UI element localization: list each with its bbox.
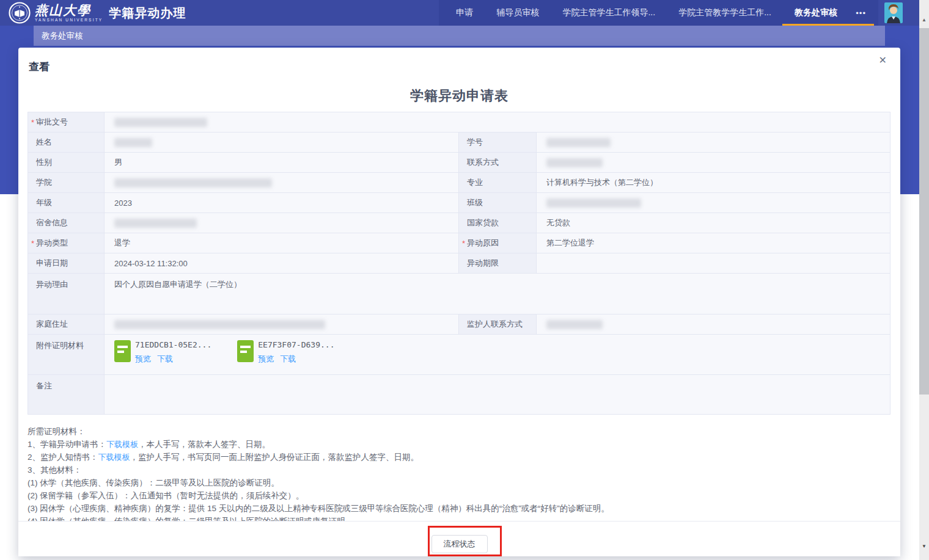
- field-label: 异动期限: [459, 253, 537, 273]
- field-label: 年级: [28, 193, 105, 213]
- nav-tabs: 申请辅导员审核学院主管学生工作领导...学院主管教学学生工作...教务处审核••…: [439, 0, 878, 26]
- nav-tab[interactable]: 申请: [447, 0, 482, 26]
- field-value: [105, 375, 890, 414]
- field-label: *异动类型: [28, 233, 105, 253]
- process-status-button[interactable]: 流程状态: [431, 535, 488, 553]
- more-menu-button[interactable]: •••: [852, 0, 870, 26]
- redacted-value: [546, 198, 641, 208]
- scroll-up-icon[interactable]: ▲: [919, 17, 929, 23]
- field-label: 附件证明材料: [28, 335, 105, 374]
- field-label: 姓名: [28, 133, 105, 152]
- note-line: (2) 保留学籍（参军入伍）：入伍通知书（暂时无法提供的，须后续补交）。: [28, 489, 890, 502]
- preview-link[interactable]: 预览: [258, 354, 274, 365]
- field-value: [537, 193, 890, 213]
- field-label: 家庭住址: [28, 315, 105, 334]
- field-label: *异动原因: [459, 233, 537, 253]
- redacted-value: [114, 219, 197, 228]
- table-row: 申请日期2024-03-12 11:32:00异动期限: [28, 253, 890, 274]
- field-value: [537, 315, 890, 334]
- field-value: [105, 133, 459, 152]
- field-value: 无贷款: [537, 213, 890, 233]
- field-value: 因个人原因自愿申请退学（二学位）: [105, 274, 890, 314]
- nav-tab[interactable]: 学院主管教学学生工作...: [670, 0, 780, 26]
- redacted-value: [114, 320, 325, 329]
- field-value: 计算机科学与技术（第二学位）: [537, 173, 890, 192]
- close-icon[interactable]: ✕: [879, 56, 887, 65]
- notes-heading: 所需证明材料：: [28, 425, 890, 438]
- table-row: 年级2023班级: [28, 193, 890, 213]
- attachment-links: 预览下载: [135, 354, 211, 365]
- attachment-item: 71EDDCB1-05E2...预览下载: [114, 340, 211, 365]
- nav-tab[interactable]: 辅导员审核: [488, 0, 548, 26]
- download-link[interactable]: 下载: [157, 354, 173, 365]
- user-avatar[interactable]: [884, 2, 903, 23]
- university-name-en: YANSHAN UNIVERSITY: [35, 18, 103, 22]
- download-link[interactable]: 下载: [280, 354, 296, 365]
- field-label: 性别: [28, 153, 105, 172]
- download-template-link[interactable]: 下载模板: [98, 453, 130, 462]
- note-line: (1) 休学（其他疾病、传染疾病）：二级甲等及以上医院的诊断证明。: [28, 476, 890, 489]
- table-row: *审批文号: [28, 112, 890, 133]
- table-row: 姓名学号: [28, 133, 890, 153]
- field-label: 宿舍信息: [28, 213, 105, 233]
- field-label: 学号: [459, 133, 537, 152]
- dialog-title: 查看: [29, 60, 50, 74]
- table-row: 宿舍信息国家贷款无贷款: [28, 213, 890, 233]
- field-label: 监护人联系方式: [459, 315, 537, 334]
- form-table: *审批文号姓名学号性别男联系方式学院专业计算机科学与技术（第二学位）年级2023…: [28, 112, 890, 415]
- university-name-zh: 燕山大學: [35, 4, 103, 16]
- field-label: 学院: [28, 173, 105, 192]
- field-label: 异动理由: [28, 274, 105, 314]
- redacted-value: [546, 320, 603, 329]
- dialog-body: 查看 ✕ 学籍异动申请表 *审批文号姓名学号性别男联系方式学院专业计算机科学与技…: [18, 48, 900, 521]
- field-value: [537, 153, 890, 172]
- redacted-value: [546, 158, 603, 167]
- table-row: 附件证明材料71EDDCB1-05E2...预览下载EE7F3F07-D639.…: [28, 335, 890, 375]
- app-header: 燕山大學 YANSHAN UNIVERSITY 学籍异动办理 申请辅导员审核学院…: [0, 0, 929, 26]
- attachment-links: 预览下载: [258, 354, 334, 365]
- attachment-file-icon: [114, 340, 131, 362]
- header-branding: 燕山大學 YANSHAN UNIVERSITY 学籍异动办理: [9, 0, 186, 26]
- note-line: (4) 因休学（其他疾病、传染疾病）的复学：二级甲等及以上医院的诊断证明或康复证…: [28, 515, 890, 521]
- redacted-value: [114, 138, 152, 147]
- field-label: 班级: [459, 193, 537, 213]
- required-materials-notes: 所需证明材料： 1、学籍异动申请书：下载模板，本人手写，落款本人签字、日期。2、…: [28, 425, 890, 521]
- field-label: 专业: [459, 173, 537, 192]
- field-value: 第二学位退学: [537, 233, 890, 253]
- field-label: 国家贷款: [459, 213, 537, 233]
- required-asterisk: *: [31, 239, 34, 248]
- app-title: 学籍异动办理: [109, 5, 186, 21]
- redacted-value: [546, 138, 611, 147]
- form-title: 学籍异动申请表: [18, 87, 900, 105]
- attachment-item: EE7F3F07-D639...预览下载: [237, 340, 334, 365]
- scroll-down-icon[interactable]: ▼: [919, 544, 929, 549]
- table-row: 异动理由因个人原因自愿申请退学（二学位）: [28, 274, 890, 315]
- attachment-file-icon: [237, 340, 254, 362]
- field-value: 2024-03-12 11:32:00: [105, 253, 459, 273]
- attachment-info: 71EDDCB1-05E2...预览下载: [135, 340, 211, 365]
- view-dialog: 查看 ✕ 学籍异动申请表 *审批文号姓名学号性别男联系方式学院专业计算机科学与技…: [18, 48, 900, 556]
- download-template-link[interactable]: 下载模板: [106, 440, 138, 449]
- field-label: *审批文号: [28, 112, 105, 132]
- dialog-footer: 流程状态: [18, 521, 900, 556]
- table-row: 学院专业计算机科学与技术（第二学位）: [28, 173, 890, 193]
- avatar-image: [884, 2, 903, 23]
- university-logo-icon: [9, 2, 31, 24]
- scrollbar-thumb[interactable]: [919, 28, 929, 395]
- field-value: 退学: [105, 233, 459, 253]
- logo-text: 燕山大學 YANSHAN UNIVERSITY: [35, 4, 103, 22]
- subbar: 教务处审核: [34, 26, 885, 46]
- note-line: 2、监护人知情书：下载模板，监护人手写，书写页同一面上附监护人身份证正面，落款监…: [28, 451, 890, 464]
- note-line: (3) 因休学（心理疾病、精神疾病）的复学：提供 15 天以内的二级及以上精神专…: [28, 502, 890, 515]
- subbar-tab-active[interactable]: 教务处审核: [42, 31, 83, 42]
- table-row: 备注: [28, 375, 890, 414]
- vertical-scrollbar[interactable]: ▲ ▼: [919, 0, 929, 560]
- nav-tab[interactable]: 教务处审核: [786, 0, 846, 26]
- note-line: 1、学籍异动申请书：下载模板，本人手写，落款本人签字、日期。: [28, 438, 890, 451]
- nav-tab[interactable]: 学院主管学生工作领导...: [554, 0, 664, 26]
- preview-link[interactable]: 预览: [135, 354, 151, 365]
- field-value: [105, 213, 459, 233]
- required-asterisk: *: [462, 239, 465, 248]
- field-value: [105, 173, 459, 192]
- field-label: 备注: [28, 375, 105, 414]
